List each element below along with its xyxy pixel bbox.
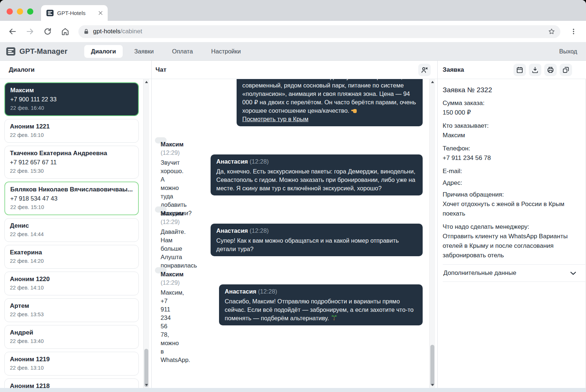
close-window-button[interactable]: [7, 8, 13, 15]
chat-message-list: Анастасия (12:28) Конечно! Есть пансиона…: [152, 79, 437, 388]
back-icon[interactable]: [8, 27, 17, 36]
chat-scrollbar[interactable]: [429, 79, 435, 388]
minimize-window-button[interactable]: [17, 8, 23, 15]
sidebar-scrollbar[interactable]: [143, 79, 149, 388]
pointing-right-emoji-icon: [351, 107, 358, 113]
dialogs-panel: Диалоги Максим +7 900 111 22 33 22 фев. …: [0, 61, 152, 388]
order-panel-title: Заявка: [443, 66, 464, 74]
scroll-down-icon[interactable]: [431, 384, 434, 386]
dialog-item-denis[interactable]: Денис 22 фев. 14:44: [4, 218, 139, 242]
browser-menu-icon[interactable]: [570, 28, 577, 35]
bookmark-star-icon[interactable]: [548, 28, 555, 35]
lock-icon[interactable]: [83, 29, 89, 35]
dialog-item-maksim[interactable]: Максим +7 900 111 22 33 22 фев. 16:40: [4, 82, 139, 116]
dialog-item-ekaterina[interactable]: Екатерина 22 фев. 14:20: [4, 245, 139, 269]
nav-tab-orders[interactable]: Заявки: [128, 45, 160, 58]
browser-tab[interactable]: GPT-Hotels: [41, 5, 108, 21]
order-field-customer: Кто заказывает:Максим: [443, 121, 579, 140]
order-field-sum: Сумма заказа:150 000 ₽: [443, 98, 579, 117]
order-field-phone: Телефон:+7 911 234 56 78: [443, 144, 579, 163]
dialogs-panel-title: Диалоги: [0, 61, 151, 79]
accordion-label: Дополнительные данные: [444, 269, 516, 277]
order-field-email: E-mail:: [443, 167, 579, 176]
nav-tab-payment[interactable]: Оплата: [166, 45, 200, 58]
dialog-item-anonim-1221[interactable]: Аноним 1221 22 фев. 16:10: [4, 119, 139, 143]
remove-user-icon[interactable]: [418, 64, 431, 76]
app-navbar: GPT-Manager Диалоги Заявки Оплата Настро…: [0, 42, 586, 61]
nav-tab-settings[interactable]: Настройки: [205, 45, 248, 58]
order-field-manager-task: Что надо сделать менеджеру:Отправить кли…: [443, 222, 579, 260]
traffic-lights: [7, 8, 33, 15]
dialog-list: Максим +7 900 111 22 33 22 фев. 16:40 Ан…: [0, 79, 151, 388]
chat-message: Анастасия (12:28) Спасибо, Максим! Отпра…: [155, 284, 423, 325]
tab-title: GPT-Hotels: [57, 10, 94, 16]
print-icon[interactable]: [544, 64, 557, 76]
page-background-strip: [0, 388, 586, 392]
order-number: Заявка № 2322: [443, 85, 579, 95]
nav-tab-dialogs[interactable]: Диалоги: [84, 45, 122, 58]
site-favicon-icon: [46, 9, 54, 17]
scrollbar-thumb[interactable]: [144, 349, 148, 387]
scroll-up-icon[interactable]: [431, 81, 434, 83]
chat-message: Анастасия (12:28) Да, конечно. Есть экск…: [155, 154, 423, 195]
dialog-item-anonim-1220[interactable]: Аноним 1220 22 фев. 14:10: [4, 272, 139, 295]
dialog-item-andrey[interactable]: Андрей 22 фев. 13:40: [4, 325, 139, 349]
order-details: Заявка № 2322 Сумма заказа:150 000 ₽ Кто…: [438, 79, 586, 388]
chat-message: Максим (12:29) Звучит хорошо. А можно ту…: [155, 137, 423, 143]
dialog-item-byalyakov[interactable]: Бяляков Николаев Вячиславовичваы... +7 9…: [4, 182, 139, 215]
tour-link[interactable]: Посмотреть тур в Крым: [242, 115, 308, 123]
order-field-address: Адрес:: [443, 178, 579, 188]
chat-message: Максим (12:29) Давайте. Нам больше Алушт…: [155, 206, 423, 213]
browser-window: GPT-Hotels gpt-hotels/cabinet: [0, 0, 586, 392]
address-bar[interactable]: gpt-hotels/cabinet: [78, 25, 560, 38]
main-area: Диалоги Максим +7 900 111 22 33 22 фев. …: [0, 61, 586, 388]
scroll-up-icon[interactable]: [145, 81, 148, 83]
chat-panel: Чат Анастасия (12:28) Конечно! Есть панс…: [152, 61, 437, 388]
home-icon[interactable]: [61, 27, 70, 36]
url-text: gpt-hotels/cabinet: [93, 28, 142, 35]
copy-icon[interactable]: [560, 64, 572, 76]
maximize-window-button[interactable]: [27, 8, 33, 15]
tab-close-icon[interactable]: [98, 10, 103, 16]
logout-link[interactable]: Выход: [559, 48, 577, 55]
scroll-down-icon[interactable]: [145, 384, 148, 386]
calendar-icon[interactable]: [513, 64, 526, 76]
palm-tree-emoji-icon: [331, 314, 338, 320]
order-actions: [513, 64, 572, 76]
chat-panel-title: Чат: [156, 66, 167, 74]
refresh-icon[interactable]: [43, 27, 52, 36]
dialog-item-tkachenko[interactable]: Ткаченко Екатерина Андреевна +7 912 657 …: [4, 146, 139, 179]
dialog-item-anonim-1219[interactable]: Аноним 1219 22 фев. 13:10: [4, 352, 139, 376]
download-icon[interactable]: [529, 64, 541, 76]
dialog-item-anonim-1218[interactable]: Аноним 1218 22 фев. 12:22: [4, 378, 139, 388]
chevron-down-icon[interactable]: [569, 269, 577, 277]
order-panel: Заявка Заявка № 2322: [437, 61, 586, 388]
chat-lines-logo-icon: [6, 46, 16, 56]
additional-data-accordion[interactable]: Дополнительные данные: [443, 265, 586, 281]
forward-icon[interactable]: [26, 27, 34, 36]
chat-message: Анастасия (12:28) Конечно! Есть пансиона…: [155, 79, 423, 126]
browser-toolbar: gpt-hotels/cabinet: [0, 21, 586, 42]
browser-tab-strip: GPT-Hotels: [0, 0, 586, 21]
scrollbar-thumb[interactable]: [430, 345, 434, 386]
brand-name: GPT-Manager: [19, 47, 67, 56]
dialog-item-artem[interactable]: Артем 22 фев. 13:53: [4, 298, 139, 322]
chat-message: Анастасия (12:28) Супер! Как к вам можно…: [155, 224, 423, 256]
nav-tabs: Диалоги Заявки Оплата Настройки: [84, 45, 247, 58]
order-field-reason: Причина обращения:Хочет отдохнуть с жено…: [443, 190, 579, 219]
brand: GPT-Manager: [6, 46, 67, 56]
